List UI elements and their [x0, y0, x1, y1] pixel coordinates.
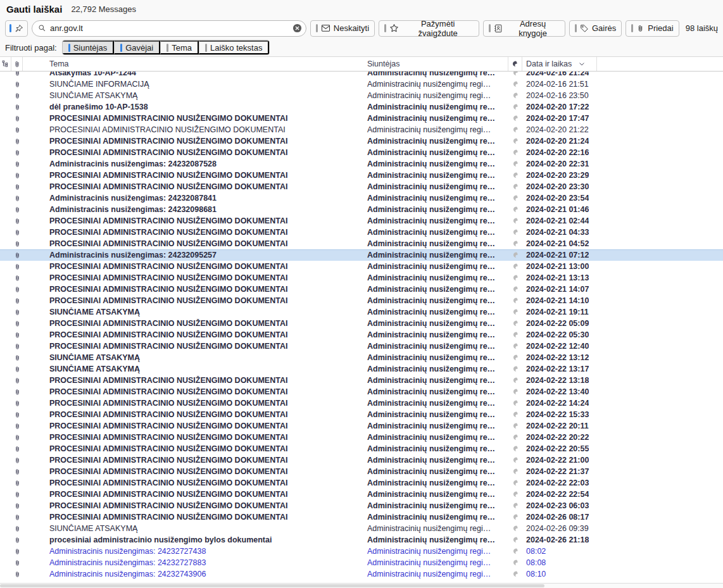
message-row[interactable]: Administracinis nusižengimas: 2423272788… [0, 557, 723, 568]
junk-status-icon[interactable] [508, 525, 522, 532]
junk-status-icon[interactable] [508, 72, 522, 77]
message-row[interactable]: Administracinis nusižengimas: 2423209525… [0, 249, 723, 261]
junk-status-icon[interactable] [508, 80, 522, 88]
message-row[interactable]: PROCESINIAI ADMINISTRACINIO NUSIŽENGIMO … [0, 500, 723, 511]
subject-column-header[interactable]: Tema [49, 57, 362, 71]
filter-starred-button[interactable]: Pažymėti žvaigždute [379, 20, 479, 37]
message-row[interactable]: PROCESINIAI ADMINISTRACINIO NUSIŽENGIMO … [0, 432, 723, 443]
message-row[interactable]: PROCESINIAI ADMINISTRACINIO NUSIŽENGIMO … [0, 329, 723, 341]
filter-sender-toggle[interactable]: Siuntėjas [63, 41, 114, 54]
junk-status-icon[interactable] [508, 342, 522, 350]
message-row[interactable]: PROCESINIAI ADMINISTRACINIO NUSIŽENGIMO … [0, 511, 723, 523]
junk-status-icon[interactable] [508, 559, 522, 566]
scrollbar-thumb[interactable] [0, 584, 544, 587]
junk-status-icon[interactable] [508, 126, 522, 134]
message-row[interactable]: PROCESINIAI ADMINISTRACINIO NUSIŽENGIMO … [0, 341, 723, 352]
junk-status-icon[interactable] [508, 137, 522, 145]
message-row[interactable]: PROCESINIAI ADMINISTRACINIO NUSIŽENGIMO … [0, 113, 723, 124]
message-row[interactable]: PROCESINIAI ADMINISTRACINIO NUSIŽENGIMO … [0, 272, 723, 284]
message-row[interactable]: Atsakymas 10-AP-1244 Administracinių nus… [0, 72, 723, 78]
filter-body-toggle[interactable]: Laiško tekstas [199, 41, 269, 54]
junk-status-icon[interactable] [508, 445, 522, 453]
junk-status-icon[interactable] [508, 377, 522, 384]
junk-status-icon[interactable] [508, 115, 522, 122]
junk-status-icon[interactable] [508, 513, 522, 521]
junk-status-icon[interactable] [508, 331, 522, 339]
message-row[interactable]: PROCESINIAI ADMINISTRACINIO NUSIŽENGIMO … [0, 489, 723, 500]
junk-status-icon[interactable] [508, 320, 522, 327]
junk-status-icon[interactable] [508, 172, 522, 179]
junk-status-icon[interactable] [508, 456, 522, 464]
junk-status-icon[interactable] [508, 103, 522, 111]
message-row[interactable]: procesiniai administracinio nusižengimo … [0, 534, 723, 546]
message-row[interactable]: PROCESINIAI ADMINISTRACINIO NUSIŽENGIMO … [0, 386, 723, 397]
junk-status-icon[interactable] [508, 547, 522, 555]
message-row[interactable]: PROCESINIAI ADMINISTRACINIO NUSIŽENGIMO … [0, 238, 723, 249]
junk-status-icon[interactable] [508, 92, 522, 99]
message-row[interactable]: PROCESINIAI ADMINISTRACINIO NUSIŽENGIMO … [0, 454, 723, 466]
message-row[interactable]: PROCESINIAI ADMINISTRACINIO NUSIŽENGIMO … [0, 318, 723, 329]
message-row[interactable]: Administracinis nusižengimas: 2423272743… [0, 546, 723, 557]
message-row[interactable]: PROCESINIAI ADMINISTRACINIO NUSIŽENGIMO … [0, 443, 723, 454]
message-row[interactable]: SIUNČIAME ATSAKYMĄ Administracinių nusiž… [0, 523, 723, 534]
message-row[interactable]: PROCESINIAI ADMINISTRACINIO NUSIŽENGIMO … [0, 375, 723, 386]
message-row[interactable]: Administracinis nusižengimas: 2423274390… [0, 568, 723, 580]
junk-status-icon[interactable] [508, 183, 522, 191]
message-row[interactable]: SIUNČIAME INFORMACIJĄ Administracinių nu… [0, 78, 723, 90]
message-row[interactable]: PROCESINIAI ADMINISTRACINIO NUSIŽENGIMO … [0, 477, 723, 489]
filter-attachments-button[interactable]: Priedai [626, 20, 679, 37]
message-row[interactable]: PROCESINIAI ADMINISTRACINIO NUSIŽENGIMO … [0, 420, 723, 432]
message-row[interactable]: PROCESINIAI ADMINISTRACINIO NUSIŽENGIMO … [0, 295, 723, 306]
junk-status-icon[interactable] [508, 228, 522, 236]
junk-status-icon[interactable] [508, 297, 522, 304]
junk-status-icon[interactable] [508, 411, 522, 418]
message-row[interactable]: PROCESINIAI ADMINISTRACINIO NUSIŽENGIMO … [0, 409, 723, 420]
message-row[interactable]: SIUNČIAME ATSAKYMĄ Administracinių nusiž… [0, 363, 723, 375]
junk-status-icon[interactable] [508, 160, 522, 168]
junk-status-icon[interactable] [508, 434, 522, 441]
horizontal-scrollbar[interactable] [0, 583, 723, 588]
pin-filter-button[interactable] [5, 20, 28, 37]
junk-column-header[interactable] [508, 57, 522, 71]
junk-status-icon[interactable] [508, 240, 522, 247]
filter-unread-button[interactable]: Neskaityti [310, 20, 375, 37]
junk-status-icon[interactable] [508, 570, 522, 578]
junk-status-icon[interactable] [508, 251, 522, 259]
message-row[interactable]: Administracinis nusižengimas: 2423209868… [0, 204, 723, 215]
filter-tags-button[interactable]: Gairės [569, 20, 622, 37]
junk-status-icon[interactable] [508, 206, 522, 213]
message-row[interactable]: PROCESINIAI ADMINISTRACINIO NUSIŽENGIMO … [0, 215, 723, 227]
message-row[interactable]: PROCESINIAI ADMINISTRACINIO NUSIŽENGIMO … [0, 466, 723, 477]
clear-search-button[interactable] [292, 23, 302, 33]
message-row[interactable]: SIUNČIAME ATSAKYMĄ Administracinių nusiž… [0, 306, 723, 318]
message-row[interactable]: PROCESINIAI ADMINISTRACINIO NUSIŽENGIMO … [0, 397, 723, 409]
search-input[interactable] [50, 23, 289, 33]
attachment-column-header[interactable] [11, 57, 23, 71]
message-row[interactable]: SIUNČIAME ATSAKYMĄ Administracinių nusiž… [0, 352, 723, 363]
message-row[interactable]: dėl pranešimo 10-AP-1538 Administracinių… [0, 101, 723, 113]
junk-status-icon[interactable] [508, 285, 522, 293]
filter-recipients-toggle[interactable]: Gavėjai [114, 41, 160, 54]
junk-status-icon[interactable] [508, 194, 522, 202]
message-row[interactable]: Administracinis nusižengimas: 2423208784… [0, 192, 723, 204]
message-row[interactable]: PROCESINIAI ADMINISTRACINIO NUSIŽENGIMO … [0, 284, 723, 295]
message-row[interactable]: PROCESINIAI ADMINISTRACINIO NUSIŽENGIMO … [0, 181, 723, 192]
junk-status-icon[interactable] [508, 217, 522, 225]
junk-status-icon[interactable] [508, 468, 522, 475]
message-row[interactable]: SIUNČIAME ATSAKYMĄ Administracinių nusiž… [0, 90, 723, 101]
message-row[interactable]: PROCESINIAI ADMINISTRACINIO NUSIŽENGIMO … [0, 135, 723, 147]
junk-status-icon[interactable] [508, 263, 522, 270]
thread-column-header[interactable] [0, 57, 11, 71]
message-row[interactable]: PROCESINIAI ADMINISTRACINIO NUSIŽENGIMO … [0, 147, 723, 158]
junk-status-icon[interactable] [508, 491, 522, 498]
junk-status-icon[interactable] [508, 422, 522, 430]
junk-status-icon[interactable] [508, 354, 522, 361]
filter-addressbook-button[interactable]: Adresų knygoje [483, 20, 565, 37]
junk-status-icon[interactable] [508, 388, 522, 396]
junk-status-icon[interactable] [508, 479, 522, 487]
date-column-header[interactable]: Data ir laikas [522, 57, 597, 71]
junk-status-icon[interactable] [508, 502, 522, 510]
junk-status-icon[interactable] [508, 365, 522, 373]
junk-status-icon[interactable] [508, 536, 522, 544]
junk-status-icon[interactable] [508, 149, 522, 156]
